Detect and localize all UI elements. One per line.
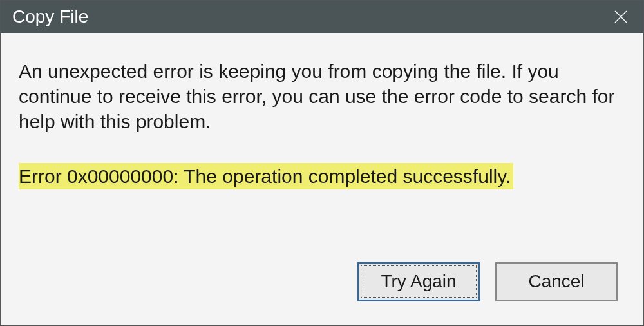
window-title: Copy File [12, 6, 88, 27]
button-row: Try Again Cancel [19, 262, 625, 312]
error-code-line: Error 0x00000000: The operation complete… [19, 163, 513, 189]
titlebar: Copy File [1, 1, 643, 33]
cancel-button[interactable]: Cancel [495, 262, 618, 301]
error-message: An unexpected error is keeping you from … [19, 59, 625, 134]
close-button[interactable] [598, 1, 643, 33]
try-again-button[interactable]: Try Again [357, 262, 480, 301]
dialog-content: An unexpected error is keeping you from … [1, 33, 643, 325]
close-icon [613, 9, 629, 24]
